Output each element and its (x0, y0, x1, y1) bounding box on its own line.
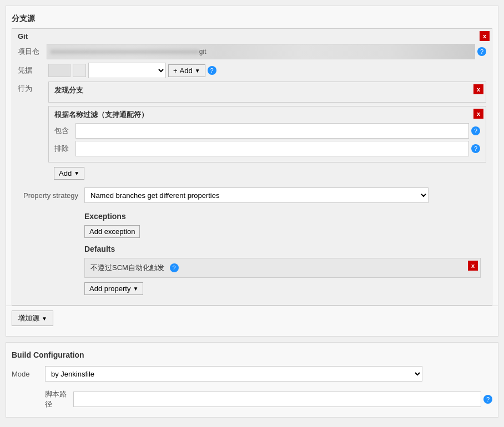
git-close-button[interactable]: x (480, 31, 490, 41)
exclude-input[interactable] (75, 141, 469, 156)
credentials-help-icon[interactable]: ? (208, 66, 216, 75)
branch-source-section: 分支源 x Git 项目仓 ●●●●●●●●●●●●●●●●●●●●●●●●●●… (6, 6, 498, 337)
filter-close-button[interactable]: x (473, 109, 483, 119)
cred-box1 (48, 64, 70, 77)
credentials-add-label: Add (180, 67, 193, 75)
exclude-label: 排除 (54, 144, 75, 154)
script-path-input[interactable]: Jenkinsfile (73, 392, 481, 407)
add-source-button[interactable]: 增加源 ▼ (12, 311, 53, 326)
add-icon: + (173, 67, 178, 75)
behavior-add-arrow: ▼ (74, 170, 79, 176)
credentials-add-arrow: ▼ (195, 68, 200, 74)
property-strategy-label: Property strategy (23, 191, 84, 200)
include-input[interactable]: develop (75, 123, 469, 139)
mode-label: Mode (12, 370, 45, 378)
exceptions-title: Exceptions (84, 212, 481, 221)
discover-branch-close-button[interactable]: x (473, 84, 483, 94)
defaults-close-button[interactable]: x (468, 261, 478, 271)
exclude-row: 排除 ? (54, 141, 480, 156)
credentials-row: 凭据 + Add ▼ ? (18, 63, 486, 78)
script-path-label: 脚本路径 (45, 389, 73, 409)
include-row: 包含 develop ? (54, 123, 480, 139)
defaults-inner-box: x 不遵过SCM自动化触发 ? (84, 258, 481, 278)
discover-branch-box: x 发现分支 (48, 82, 486, 103)
add-source-bar: 增加源 ▼ (6, 306, 498, 331)
include-label: 包含 (54, 126, 75, 136)
build-config-section: Build Configuration Mode by Jenkinsfile … (6, 342, 498, 418)
project-url-label: 项目仓 (18, 47, 47, 57)
filter-box: x 根据名称过滤（支持通配符） 包含 develop ? (48, 106, 486, 162)
filter-title: 根据名称过滤（支持通配符） (54, 110, 480, 120)
credentials-select[interactable] (88, 63, 166, 78)
defaults-section: Defaults x 不遵过SCM自动化触发 ? Add property ▼ (18, 242, 486, 299)
behavior-add-button[interactable]: Add ▼ (54, 167, 84, 180)
discover-branch-title: 发现分支 (54, 85, 480, 95)
include-help-icon[interactable]: ? (471, 126, 480, 135)
no-scm-help-icon[interactable]: ? (170, 263, 179, 272)
branch-source-title: 分支源 (6, 12, 498, 28)
build-config-title: Build Configuration (6, 348, 498, 364)
property-strategy-select[interactable]: Named branches get different properties (84, 187, 429, 203)
script-path-help-icon[interactable]: ? (483, 395, 492, 404)
add-source-label: 增加源 (18, 313, 39, 323)
exceptions-section: Exceptions Add exception (18, 210, 486, 242)
add-source-arrow: ▼ (42, 316, 47, 322)
add-property-arrow: ▼ (133, 286, 138, 292)
add-property-button[interactable]: Add property ▼ (84, 282, 143, 295)
credentials-add-button[interactable]: + Add ▼ (168, 64, 205, 77)
defaults-title: Defaults (84, 245, 481, 253)
property-strategy-row: Property strategy Named branches get dif… (18, 185, 486, 205)
script-path-row: 脚本路径 Jenkinsfile ? (6, 387, 498, 411)
behavior-label: 行为 (18, 82, 48, 94)
git-label: Git (18, 32, 486, 40)
behavior-add-label: Add (59, 169, 72, 177)
exclude-help-icon[interactable]: ? (471, 144, 480, 153)
behavior-add-row: Add ▼ (48, 166, 486, 182)
add-property-label: Add property (89, 284, 130, 293)
no-scm-trigger-label: 不遵过SCM自动化触发 (90, 263, 164, 272)
mode-row: Mode by Jenkinsfile (6, 364, 498, 384)
project-url-input[interactable]: ●●●●●●●●●●●●●●●●●●●●●●●●●●●●●●●●●●●●● gi… (47, 44, 475, 59)
credentials-label: 凭据 (18, 65, 48, 75)
project-url-row: 项目仓 ●●●●●●●●●●●●●●●●●●●●●●●●●●●●●●●●●●●●… (18, 44, 486, 59)
behavior-row: 行为 x 发现分支 x 根据名称过滤（支持通配符） (18, 82, 486, 182)
cred-box2 (73, 64, 86, 77)
add-exception-button[interactable]: Add exception (84, 225, 140, 238)
git-box: x Git 项目仓 ●●●●●●●●●●●●●●●●●●●●●●●●●●●●●●… (12, 28, 492, 306)
project-url-help-icon[interactable]: ? (477, 47, 486, 56)
mode-select[interactable]: by Jenkinsfile (45, 366, 422, 382)
